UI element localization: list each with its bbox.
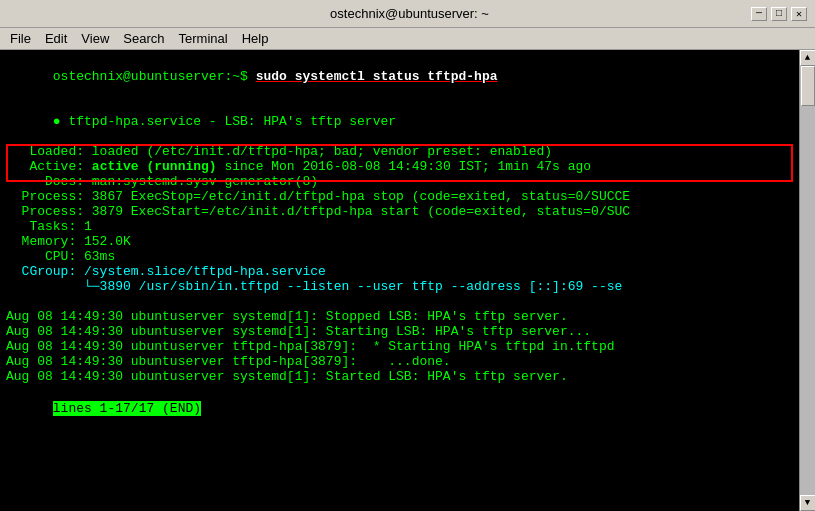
prompt-line: ostechnix@ubuntuserver:~$ sudo systemctl… <box>6 54 793 99</box>
cgroup-line: CGroup: /system.slice/tftpd-hpa.service <box>6 264 793 279</box>
active-status: active (running) <box>92 159 217 174</box>
green-dot: ● <box>53 114 61 129</box>
minimize-button[interactable]: ─ <box>751 7 767 21</box>
title-bar-controls: ─ □ ✕ <box>751 7 807 21</box>
service-name-line: ● tftpd-hpa.service - LSB: HPA's tftp se… <box>6 99 793 144</box>
menu-terminal[interactable]: Terminal <box>173 29 234 48</box>
menu-bar: File Edit View Search Terminal Help <box>0 28 815 50</box>
memory-line: Memory: 152.0K <box>6 234 793 249</box>
menu-edit[interactable]: Edit <box>39 29 73 48</box>
scrollbar[interactable]: ▲ ▼ <box>799 50 815 511</box>
terminal-content[interactable]: ostechnix@ubuntuserver:~$ sudo systemctl… <box>0 50 799 511</box>
docs-line: Docs: man:systemd.sysv-generator(8) <box>6 174 793 189</box>
end-indicator: lines 1-17/17 (END) <box>53 401 201 416</box>
empty-line <box>6 294 793 309</box>
log-line-3: Aug 08 14:49:30 ubuntuserver tftpd-hpa[3… <box>6 339 793 354</box>
menu-file[interactable]: File <box>4 29 37 48</box>
scroll-down-button[interactable]: ▼ <box>800 495 816 511</box>
menu-view[interactable]: View <box>75 29 115 48</box>
menu-search[interactable]: Search <box>117 29 170 48</box>
end-line: lines 1-17/17 (END) <box>6 386 793 431</box>
log-line-1: Aug 08 14:49:30 ubuntuserver systemd[1]:… <box>6 309 793 324</box>
scroll-track[interactable] <box>800 66 815 495</box>
terminal-wrapper: ostechnix@ubuntuserver:~$ sudo systemctl… <box>0 50 815 511</box>
scroll-thumb[interactable] <box>801 66 815 106</box>
active-line: Active: active (running) since Mon 2016-… <box>6 159 793 174</box>
status-block: Loaded: loaded (/etc/init.d/tftpd-hpa; b… <box>6 144 793 174</box>
log-line-5: Aug 08 14:49:30 ubuntuserver systemd[1]:… <box>6 369 793 384</box>
log-line-2: Aug 08 14:49:30 ubuntuserver systemd[1]:… <box>6 324 793 339</box>
prompt-text: ostechnix@ubuntuserver:~$ <box>53 69 256 84</box>
menu-help[interactable]: Help <box>236 29 275 48</box>
loaded-line: Loaded: loaded (/etc/init.d/tftpd-hpa; b… <box>6 144 793 159</box>
service-label: tftpd-hpa.service - LSB: HPA's tftp serv… <box>61 114 396 129</box>
title-bar-title: ostechnix@ubuntuserver: ~ <box>68 6 751 21</box>
process2-line: Process: 3879 ExecStart=/etc/init.d/tftp… <box>6 204 793 219</box>
command-text: sudo systemctl status tftpd-hpa <box>256 69 498 84</box>
process1-line: Process: 3867 ExecStop=/etc/init.d/tftpd… <box>6 189 793 204</box>
tasks-line: Tasks: 1 <box>6 219 793 234</box>
log-line-4: Aug 08 14:49:30 ubuntuserver tftpd-hpa[3… <box>6 354 793 369</box>
maximize-button[interactable]: □ <box>771 7 787 21</box>
scroll-up-button[interactable]: ▲ <box>800 50 816 66</box>
cpu-line: CPU: 63ms <box>6 249 793 264</box>
close-button[interactable]: ✕ <box>791 7 807 21</box>
cgroup-process-line: └─3890 /usr/sbin/in.tftpd --listen --use… <box>6 279 793 294</box>
title-bar: ostechnix@ubuntuserver: ~ ─ □ ✕ <box>0 0 815 28</box>
